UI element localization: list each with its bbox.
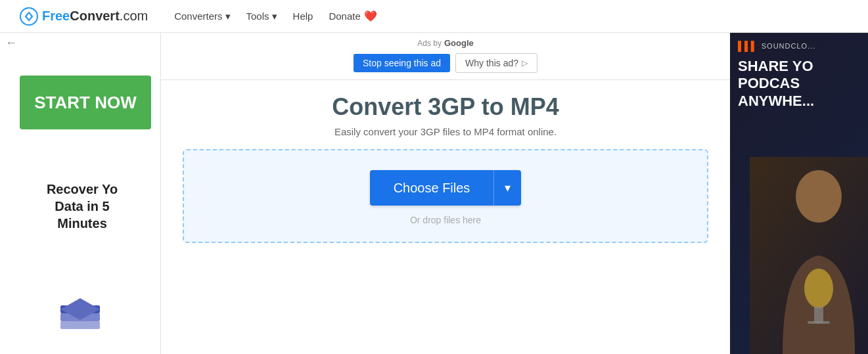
choose-files-dropdown[interactable]: ▾	[493, 170, 521, 206]
person-image	[750, 157, 868, 354]
svg-rect-1	[60, 321, 100, 329]
stack-icon	[54, 295, 106, 347]
convert-subtitle: Easily convert your 3GP files to MP4 for…	[334, 126, 557, 137]
left-sidebar: ← START NOW Recover YoData in 5Minutes	[0, 33, 161, 354]
logo[interactable]: FreeConvert.com	[20, 7, 148, 26]
svg-rect-8	[814, 307, 823, 323]
center-content: Ads by Google Stop seeing this ad Why th…	[161, 33, 730, 354]
logo-icon	[20, 7, 38, 26]
soundcloud-header: ▌▌▌ SOUNDCLO...	[738, 41, 860, 51]
choose-files-button[interactable]: Choose Files	[370, 170, 494, 206]
main-nav: Converters ▾ Tools ▾ Help Donate ❤️	[174, 10, 848, 22]
ad-banner: Ads by Google Stop seeing this ad Why th…	[161, 33, 730, 80]
svg-point-6	[796, 170, 842, 223]
ads-by-google: Ads by Google	[417, 38, 473, 48]
why-this-ad-button[interactable]: Why this ad? ▷	[455, 53, 537, 73]
sc-bars: ▌▌▌	[738, 41, 758, 51]
nav-help[interactable]: Help	[293, 11, 313, 22]
play-icon: ▷	[522, 58, 528, 68]
right-sidebar-ad: ▌▌▌ SOUNDCLO... SHARE YO PODCAS ANYWHE..…	[730, 33, 868, 354]
nav-converters[interactable]: Converters ▾	[174, 11, 230, 22]
logo-domain: .com	[120, 9, 148, 23]
logo-convert: Convert	[70, 9, 120, 23]
back-arrow[interactable]: ←	[5, 36, 17, 50]
stop-seeing-ad-button[interactable]: Stop seeing this ad	[354, 54, 450, 72]
left-icon-area	[54, 295, 106, 354]
svg-point-0	[20, 8, 37, 25]
nav-donate[interactable]: Donate ❤️	[329, 10, 377, 22]
soundcloud-logo: ▌▌▌	[738, 41, 758, 51]
drop-zone[interactable]: Choose Files ▾ Or drop files here	[183, 149, 708, 243]
svg-point-7	[804, 269, 833, 308]
header: FreeConvert.com Converters ▾ Tools ▾ Hel…	[0, 0, 868, 33]
drop-hint: Or drop files here	[410, 215, 481, 225]
heart-icon: ❤️	[364, 10, 377, 22]
soundcloud-name: SOUNDCLO...	[762, 42, 816, 50]
google-text: Google	[444, 38, 474, 48]
nav-tools[interactable]: Tools ▾	[246, 11, 277, 22]
main-layout: ← START NOW Recover YoData in 5Minutes A…	[0, 33, 868, 354]
recover-title: Recover YoData in 5Minutes	[47, 182, 118, 231]
person-silhouette	[750, 157, 868, 354]
start-now-button[interactable]: START NOW	[20, 76, 151, 129]
converter-section: Convert 3GP to MP4 Easily convert your 3…	[161, 80, 730, 243]
ad-controls: Stop seeing this ad Why this ad? ▷	[354, 53, 537, 73]
choose-files-row: Choose Files ▾	[370, 170, 522, 206]
logo-free: Free	[42, 9, 70, 23]
convert-title: Convert 3GP to MP4	[332, 93, 559, 121]
svg-rect-9	[808, 321, 830, 324]
recover-text: Recover YoData in 5Minutes	[13, 181, 151, 232]
